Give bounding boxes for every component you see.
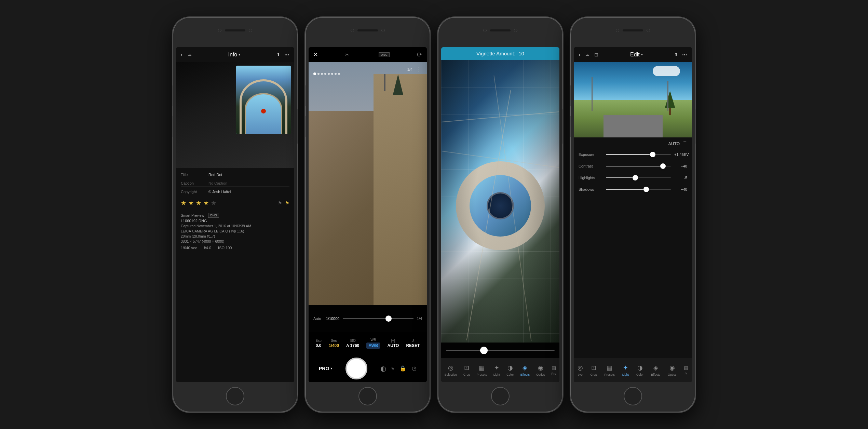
tree-trunk: [669, 108, 671, 115]
more-icon[interactable]: •••: [284, 53, 289, 57]
more-icon-vf[interactable]: ⋮: [416, 66, 422, 73]
star-4[interactable]: ★: [203, 199, 209, 207]
share-icon[interactable]: ⬆: [276, 52, 280, 57]
volume-down-2[interactable]: [304, 116, 306, 137]
wb-value: AWB: [366, 343, 380, 349]
sensor-dot-2: [381, 29, 385, 32]
tb-effects-p3[interactable]: ◈ Effects: [520, 364, 530, 376]
phone1-screen: ‹ ☁ Info ▾ ⬆ •••: [176, 47, 294, 382]
power-button-4[interactable]: [695, 109, 696, 144]
power-button-2[interactable]: [430, 109, 431, 144]
tb-optics-p3[interactable]: ◉ Optics: [536, 364, 545, 376]
volume-up-button[interactable]: [172, 85, 173, 106]
selective-label: Selective: [444, 373, 457, 376]
volume-up-3[interactable]: [437, 85, 438, 106]
tb-selective[interactable]: ◎ Selective: [444, 364, 457, 376]
meta-section: Smart Preview DNG L1060192.DNG Captured …: [181, 211, 289, 252]
shadows-row: Shadows +40: [579, 184, 687, 195]
share-icon-4[interactable]: ⬆: [674, 52, 678, 57]
shutter-button[interactable]: [345, 358, 367, 379]
tb-light-p3[interactable]: ✦ Light: [493, 364, 500, 376]
pro-button[interactable]: PRO ▾: [319, 366, 332, 371]
timer-icon[interactable]: ◷: [412, 365, 417, 372]
crop-icon-p3: ⊡: [464, 364, 469, 372]
dot-8: [338, 73, 340, 75]
tb-light-p4[interactable]: ✦ Light: [622, 364, 629, 376]
volume-up-4[interactable]: [570, 85, 571, 106]
effects-label-p3: Effects: [520, 373, 530, 376]
tb-color-p3[interactable]: ◑ Color: [506, 364, 514, 376]
iso-value-cam: A 1760: [346, 343, 359, 348]
tb-color-p4[interactable]: ◑ Color: [636, 364, 644, 376]
caption-row: Caption No Caption: [181, 180, 289, 187]
tb-pr-p4[interactable]: ▤ Pr: [684, 365, 688, 375]
star-1[interactable]: ★: [181, 199, 186, 207]
contrast-track[interactable]: [606, 166, 671, 166]
scissors-icon[interactable]: ✂: [345, 52, 349, 57]
edit-controls: AUTO ⌒ Exposure +1.45EV Contrast: [574, 137, 692, 358]
back-icon-4[interactable]: ‹: [579, 52, 580, 58]
caption-label: Caption: [181, 181, 203, 185]
crop-label-p3: Crop: [463, 373, 470, 376]
cloud-icon[interactable]: ☁: [187, 52, 192, 57]
phone2-screen: ✕ ✂ DNG ⟳: [309, 47, 427, 382]
volume-down-button[interactable]: [172, 116, 173, 137]
home-button-2[interactable]: [358, 387, 377, 405]
edit-title-group[interactable]: Edit ▾: [630, 52, 643, 58]
viewfinder[interactable]: 1/4 ⋮: [309, 62, 427, 305]
more-icon-4[interactable]: •••: [682, 53, 687, 57]
star-3[interactable]: ★: [196, 199, 201, 207]
volume-down-3[interactable]: [437, 116, 438, 137]
sec-control[interactable]: Sec 1/400: [329, 339, 339, 348]
tb-crop[interactable]: ⊡ Crop: [463, 364, 470, 376]
edit-chevron: ▾: [641, 53, 643, 56]
tb-presets[interactable]: ▦ Presets: [476, 364, 487, 376]
auto-label: Auto: [313, 317, 321, 321]
star-5[interactable]: ★: [211, 199, 216, 207]
flip-camera-icon[interactable]: ⟳: [417, 51, 422, 58]
tb-optics-p4[interactable]: ◉ Optics: [668, 364, 677, 376]
exposure-slider[interactable]: [343, 318, 413, 319]
star-2[interactable]: ★: [188, 199, 194, 207]
tb-effects-p4[interactable]: ◈ Effects: [651, 364, 660, 376]
flag-icon-1[interactable]: ⚑: [278, 200, 282, 206]
home-button-4[interactable]: [624, 387, 642, 405]
header-title-group[interactable]: Info ▾: [228, 52, 241, 58]
speaker-3: [490, 29, 511, 31]
photo-thumbnail[interactable]: [236, 66, 291, 134]
home-button-3[interactable]: [491, 387, 510, 405]
tb-presets-p4[interactable]: ▦ Presets: [605, 364, 615, 376]
iso-control[interactable]: ISO A 1760: [346, 339, 359, 348]
tb-pre-p3[interactable]: ▤ Pre: [552, 365, 556, 375]
reset-control[interactable]: ↺ RESET: [406, 339, 420, 348]
volume-up-2[interactable]: [304, 85, 306, 106]
power-button[interactable]: [297, 109, 298, 144]
auto-button[interactable]: AUTO: [668, 142, 680, 146]
home-button[interactable]: [226, 387, 244, 405]
speaker-2: [357, 29, 378, 31]
vignette-slider[interactable]: [446, 350, 555, 351]
exposure-slider-thumb: [385, 316, 392, 322]
tb-selective-p4[interactable]: ◎ tive: [578, 364, 583, 376]
plus-control[interactable]: [+] AUTO: [388, 339, 399, 348]
sensor-dot-3: [514, 29, 517, 32]
exp-control[interactable]: Exp 0.0: [316, 339, 322, 348]
plus-label: [+]: [391, 339, 395, 343]
cloud-icon-4[interactable]: ☁: [585, 52, 589, 57]
close-icon[interactable]: ✕: [313, 51, 318, 58]
lock-icon[interactable]: 🔒: [399, 365, 406, 372]
volume-down-4[interactable]: [570, 116, 571, 137]
back-icon[interactable]: ‹: [181, 52, 182, 58]
wb-control[interactable]: WB AWB: [366, 338, 380, 349]
exposure-track[interactable]: [606, 154, 671, 155]
flag-icon-2[interactable]: ⚑: [285, 200, 289, 206]
power-button-3[interactable]: [562, 109, 564, 144]
shadows-track[interactable]: [606, 189, 671, 190]
curve-icon[interactable]: ⌒: [682, 141, 687, 147]
tb-crop-p4[interactable]: ⊡ Crop: [590, 364, 597, 376]
presets-label-p3: Presets: [476, 373, 487, 376]
crop-icon-4[interactable]: ⊡: [594, 52, 598, 57]
highlights-track[interactable]: [606, 177, 671, 178]
presets-icon-p3: ▦: [479, 364, 485, 372]
exposure-comp-icon[interactable]: ◐: [380, 364, 386, 373]
